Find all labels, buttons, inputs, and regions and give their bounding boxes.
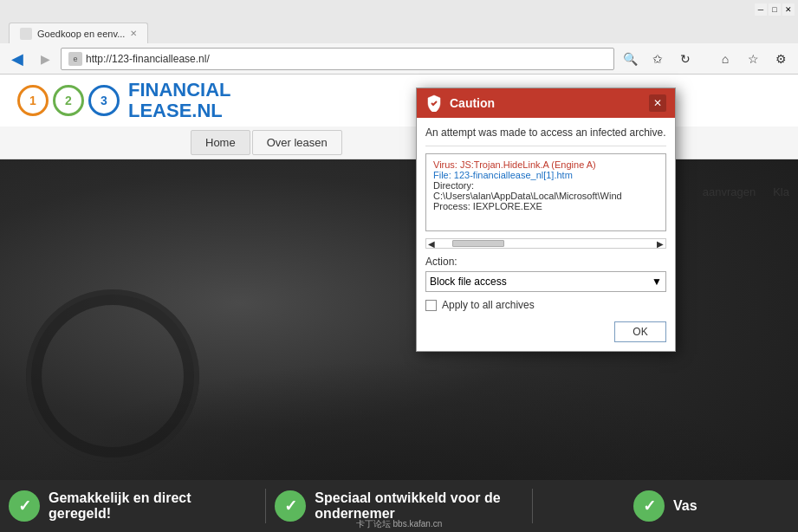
directory-info: Directory: C:\Users\alan\AppData\Local\M…	[433, 180, 659, 201]
virus-info: Virus: JS:Trojan.HideLink.A (Engine A)	[433, 159, 659, 170]
action-select-value: Block file access	[430, 276, 507, 288]
nav-item-over-leasen[interactable]: Over leasen	[252, 130, 342, 155]
search-button[interactable]: 🔍	[618, 47, 642, 71]
banner-text-2: Speciaal ontwikkeld voor de ondernemer	[315, 490, 522, 522]
favorites-button[interactable]: ✩	[646, 47, 670, 71]
browser-chrome: ─ □ ✕ Goedkoop en eenv... ✕ ◀ ▶ e http:/…	[0, 0, 798, 75]
select-arrow-icon: ▼	[652, 276, 662, 288]
nav-item-home[interactable]: Home	[191, 130, 250, 155]
checkbox-label: Apply to all archives	[442, 299, 535, 311]
banner-text-1: Gemakkelijk en direct geregeld!	[49, 490, 256, 522]
dialog-warning-text: An attempt was made to access an infecte…	[425, 127, 666, 146]
title-bar: ─ □ ✕	[0, 0, 798, 19]
file-info: File: 123-financiallease_nl[1].htm	[433, 170, 659, 180]
minimize-button[interactable]: ─	[755, 3, 767, 16]
tab-bar: Goedkoop en eenv... ✕	[0, 19, 798, 43]
refresh-button[interactable]: ↻	[673, 47, 697, 71]
nav-right: aanvragen Kla	[703, 185, 789, 198]
checkbox-row: Apply to all archives	[425, 299, 666, 311]
tab-favicon	[20, 28, 32, 40]
back-button[interactable]: ◀	[5, 47, 29, 71]
browser-tab[interactable]: Goedkoop en eenv... ✕	[9, 23, 148, 43]
dialog-info-box: Virus: JS:Trojan.HideLink.A (Engine A) F…	[425, 153, 666, 231]
banner-item-3: ✓ Vas	[533, 490, 798, 522]
action-label: Action:	[425, 256, 666, 268]
dialog-body: An attempt was made to access an infecte…	[417, 118, 675, 351]
action-select[interactable]: Block file access ▼	[425, 271, 666, 292]
shield-icon	[425, 94, 443, 112]
check-icon-2: ✓	[275, 490, 306, 522]
scroll-left-arrow[interactable]: ◀	[428, 239, 435, 249]
process-info: Process: IEXPLORE.EXE	[433, 201, 659, 211]
tools-button[interactable]: ⚙	[769, 47, 793, 71]
scrollbar-thumb[interactable]	[452, 240, 504, 247]
site-nav-menu: Home Over leasen aanvragen Kla	[0, 127, 798, 159]
check-icon-3: ✓	[633, 490, 665, 522]
dialog-buttons: OK	[425, 321, 666, 342]
banner-text-3: Vas	[673, 498, 697, 514]
check-icon-1: ✓	[9, 490, 40, 522]
banner-item-2: ✓ Speciaal ontwikkeld voor de ondernemer	[266, 490, 531, 522]
home-button[interactable]: ⌂	[713, 47, 737, 71]
banner-item-1: ✓ Gemakkelijk en direct geregeld!	[0, 490, 265, 522]
nav-bar: ◀ ▶ e http://123-financiallease.nl/ 🔍 ✩ …	[0, 43, 798, 75]
maximize-button[interactable]: □	[769, 3, 781, 16]
webpage: 1 2 3 FINANCIAL LEASE.NL Home Over lease…	[0, 75, 798, 532]
watermark: 卡丁论坛 bbs.kafan.cn	[0, 518, 798, 530]
brand-name: FINANCIAL LEASE.NL	[128, 80, 231, 121]
browser-close-button[interactable]: ✕	[782, 3, 795, 16]
logo-circles: 1 2 3	[17, 85, 120, 116]
bookmark-button[interactable]: ☆	[741, 47, 765, 71]
logo-circle-1: 1	[17, 85, 49, 116]
ok-button[interactable]: OK	[614, 321, 666, 342]
address-bar[interactable]: e http://123-financiallease.nl/	[61, 48, 614, 70]
nav-kla[interactable]: Kla	[773, 185, 789, 198]
logo-circle-3: 3	[88, 85, 120, 116]
forward-button[interactable]: ▶	[33, 47, 57, 71]
dialog-scrollbar[interactable]: ◀ ▶	[425, 238, 666, 249]
dialog-close-button[interactable]: ✕	[649, 94, 666, 112]
address-favicon: e	[68, 52, 82, 66]
address-text: http://123-financiallease.nl/	[86, 53, 607, 65]
tab-label: Goedkoop en eenv...	[37, 29, 125, 39]
nav-aanvragen[interactable]: aanvragen	[703, 185, 756, 198]
dialog-title-bar: Caution ✕	[417, 88, 675, 118]
tab-close-button[interactable]: ✕	[130, 29, 137, 38]
dialog-title: Caution	[450, 96, 642, 110]
apply-archives-checkbox[interactable]	[425, 300, 437, 311]
site-header: 1 2 3 FINANCIAL LEASE.NL	[0, 75, 798, 127]
logo-circle-2: 2	[53, 85, 84, 116]
scroll-right-arrow[interactable]: ▶	[657, 239, 664, 249]
security-dialog: Caution ✕ An attempt was made to access …	[416, 88, 676, 352]
